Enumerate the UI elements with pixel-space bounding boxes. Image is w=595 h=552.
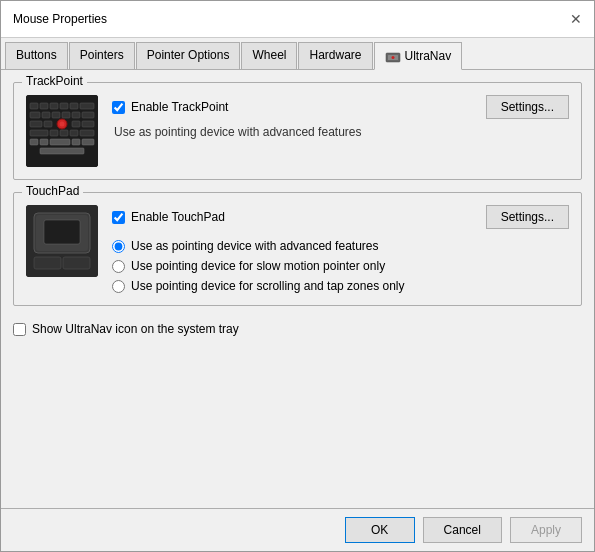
svg-rect-10 xyxy=(30,112,40,118)
touchpad-enable-label[interactable]: Enable TouchPad xyxy=(131,210,225,224)
tab-ultranav[interactable]: UltraNav xyxy=(374,42,463,70)
trackpoint-settings-button[interactable]: Settings... xyxy=(486,95,569,119)
system-tray-row: Show UltraNav icon on the system tray xyxy=(13,322,582,336)
touchpad-group: TouchPad xyxy=(13,192,582,306)
touchpad-option-1-label[interactable]: Use as pointing device with advanced fea… xyxy=(131,239,378,253)
touchpad-radio-options: Use as pointing device with advanced fea… xyxy=(112,239,569,293)
svg-rect-16 xyxy=(30,121,42,127)
apply-button[interactable]: Apply xyxy=(510,517,582,543)
touchpad-options: Enable TouchPad Settings... Use as point… xyxy=(112,205,569,293)
tab-pointer-options[interactable]: Pointer Options xyxy=(136,42,241,69)
svg-point-2 xyxy=(391,56,394,59)
svg-rect-30 xyxy=(72,139,80,145)
svg-rect-23 xyxy=(50,130,58,136)
svg-rect-15 xyxy=(82,112,94,118)
touchpad-option-1-row: Use as pointing device with advanced fea… xyxy=(112,239,569,253)
trackpoint-description: Use as pointing device with advanced fea… xyxy=(114,125,569,139)
cancel-button[interactable]: Cancel xyxy=(423,517,502,543)
close-button[interactable]: ✕ xyxy=(566,9,586,29)
svg-rect-11 xyxy=(42,112,50,118)
touchpad-option-2-label[interactable]: Use pointing device for slow motion poin… xyxy=(131,259,385,273)
mouse-properties-window: Mouse Properties ✕ Buttons Pointers Poin… xyxy=(0,0,595,552)
svg-rect-24 xyxy=(60,130,68,136)
svg-rect-28 xyxy=(40,139,48,145)
ok-button[interactable]: OK xyxy=(345,517,415,543)
svg-rect-7 xyxy=(60,103,68,109)
touchpad-option-2-radio[interactable] xyxy=(112,260,125,273)
svg-rect-27 xyxy=(30,139,38,145)
svg-rect-12 xyxy=(52,112,60,118)
system-tray-label[interactable]: Show UltraNav icon on the system tray xyxy=(32,322,239,336)
title-bar: Mouse Properties ✕ xyxy=(1,1,594,38)
trackpoint-enable-row: Enable TrackPoint Settings... xyxy=(112,95,569,119)
svg-rect-4 xyxy=(30,103,38,109)
svg-rect-17 xyxy=(44,121,52,127)
tab-bar: Buttons Pointers Pointer Options Wheel H… xyxy=(1,38,594,70)
svg-rect-38 xyxy=(63,257,90,269)
svg-rect-9 xyxy=(80,103,94,109)
trackpoint-enable-checkbox[interactable] xyxy=(112,101,125,114)
svg-rect-25 xyxy=(70,130,78,136)
svg-point-19 xyxy=(60,122,65,127)
trackpoint-enable-checkbox-row: Enable TrackPoint xyxy=(112,100,228,114)
svg-rect-6 xyxy=(50,103,58,109)
ultranav-icon xyxy=(385,48,401,64)
touchpad-option-3-row: Use pointing device for scrolling and ta… xyxy=(112,279,569,293)
tab-pointers[interactable]: Pointers xyxy=(69,42,135,69)
svg-rect-31 xyxy=(82,139,94,145)
touchpad-enable-row: Enable TouchPad Settings... xyxy=(112,205,569,229)
touchpad-enable-checkbox[interactable] xyxy=(112,211,125,224)
trackpoint-image xyxy=(26,95,98,167)
system-tray-checkbox[interactable] xyxy=(13,323,26,336)
tab-buttons[interactable]: Buttons xyxy=(5,42,68,69)
svg-rect-22 xyxy=(30,130,48,136)
touchpad-settings-button[interactable]: Settings... xyxy=(486,205,569,229)
trackpoint-enable-label[interactable]: Enable TrackPoint xyxy=(131,100,228,114)
svg-rect-36 xyxy=(44,220,80,244)
touchpad-enable-checkbox-row: Enable TouchPad xyxy=(112,210,225,224)
tab-content: TrackPoint xyxy=(1,70,594,508)
tab-wheel[interactable]: Wheel xyxy=(241,42,297,69)
tab-hardware[interactable]: Hardware xyxy=(298,42,372,69)
svg-rect-29 xyxy=(50,139,70,145)
touchpad-option-3-radio[interactable] xyxy=(112,280,125,293)
window-title: Mouse Properties xyxy=(13,12,107,26)
touchpad-option-2-row: Use pointing device for slow motion poin… xyxy=(112,259,569,273)
svg-rect-14 xyxy=(72,112,80,118)
bottom-bar: OK Cancel Apply xyxy=(1,508,594,551)
touchpad-image xyxy=(26,205,98,277)
svg-rect-8 xyxy=(70,103,78,109)
touchpad-option-3-label[interactable]: Use pointing device for scrolling and ta… xyxy=(131,279,405,293)
touchpad-group-label: TouchPad xyxy=(22,184,83,198)
svg-rect-5 xyxy=(40,103,48,109)
svg-rect-21 xyxy=(82,121,94,127)
trackpoint-group: TrackPoint xyxy=(13,82,582,180)
svg-rect-32 xyxy=(40,148,84,154)
trackpoint-options: Enable TrackPoint Settings... Use as poi… xyxy=(112,95,569,139)
svg-rect-37 xyxy=(34,257,61,269)
touchpad-option-1-radio[interactable] xyxy=(112,240,125,253)
svg-rect-13 xyxy=(62,112,70,118)
svg-rect-20 xyxy=(72,121,80,127)
svg-rect-26 xyxy=(80,130,94,136)
trackpoint-group-label: TrackPoint xyxy=(22,74,87,88)
